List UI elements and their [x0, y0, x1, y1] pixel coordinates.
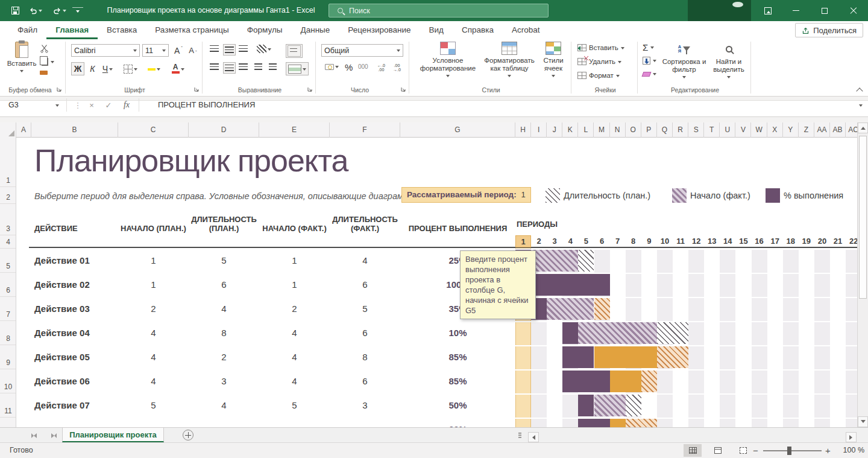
column-header-J[interactable]: J — [547, 122, 562, 138]
sheet-subtitle-cell[interactable]: Выберите период для выделения справа. Ус… — [34, 189, 418, 203]
cell-value[interactable]: 1 — [277, 273, 313, 297]
column-header-AA[interactable]: AA — [814, 122, 830, 138]
worksheet-grid[interactable]: Планировщик проекта Выберите период для … — [16, 138, 857, 427]
page-break-view-button[interactable] — [734, 444, 752, 457]
vertical-scroll-thumb[interactable] — [859, 136, 867, 299]
sort-filter-button[interactable]: А Я Сортировка и фильтр — [661, 42, 708, 80]
column-header-C[interactable]: C — [118, 122, 189, 138]
formula-input[interactable]: ПРОЦЕНТ ВЫПОЛНЕНИЯ — [158, 98, 255, 112]
cut-button[interactable] — [40, 44, 49, 53]
scroll-right-button[interactable] — [846, 432, 857, 442]
minimize-button[interactable] — [782, 0, 810, 21]
cell-percent[interactable]: 10% — [431, 321, 485, 345]
next-sheet-button[interactable] — [47, 430, 59, 441]
cell-action-name[interactable]: Действие 03 — [34, 297, 137, 321]
copy-button[interactable] — [40, 58, 54, 66]
cell-value[interactable]: 8 — [347, 345, 383, 369]
paste-button[interactable]: Вставить — [6, 42, 37, 74]
row-header-5[interactable]: 5 — [0, 249, 16, 273]
number-format-select[interactable]: Общий — [321, 44, 403, 57]
cell-value[interactable]: 4 — [136, 345, 172, 369]
cell-value[interactable]: 5 — [136, 393, 172, 418]
italic-button[interactable]: К — [87, 62, 98, 75]
cell-action-name[interactable]: Действие 04 — [34, 321, 137, 345]
cell-value[interactable]: 4 — [206, 297, 242, 321]
cell-value[interactable]: 5 — [206, 249, 242, 273]
ribbon-tab-Разметка страницы[interactable]: Разметка страницы — [146, 21, 237, 39]
align-right-button[interactable] — [239, 63, 248, 70]
column-header-G[interactable]: G — [400, 122, 515, 138]
period-header-13[interactable]: 13 — [704, 235, 720, 247]
comma-style-button[interactable]: 000 — [358, 63, 368, 70]
sheet-title-cell[interactable]: Планировщик проекта — [34, 142, 348, 179]
column-header-W[interactable]: W — [752, 122, 767, 138]
tab-splitter-grip[interactable] — [518, 432, 521, 439]
period-header-22[interactable]: 22 — [846, 235, 857, 247]
period-header-1[interactable]: 1 — [515, 235, 531, 247]
ribbon-tab-Вид[interactable]: Вид — [420, 21, 453, 39]
font-size-select[interactable]: 11 — [142, 44, 169, 57]
scroll-left-button[interactable] — [528, 432, 539, 442]
column-header-H[interactable]: H — [515, 122, 531, 138]
column-header-V[interactable]: V — [735, 122, 751, 138]
column-header-D[interactable]: D — [189, 122, 259, 138]
autosum-button[interactable]: Σ — [643, 43, 654, 52]
alignment-dialog-launcher[interactable] — [307, 87, 313, 93]
ribbon-tab-Главная[interactable]: Главная — [46, 21, 98, 39]
previous-sheet-button[interactable] — [29, 430, 41, 441]
page-layout-view-button[interactable] — [709, 444, 727, 457]
column-header-F[interactable]: F — [330, 122, 400, 138]
cell-value[interactable]: 6 — [347, 273, 383, 297]
search-input[interactable]: Поиск — [329, 4, 549, 17]
name-box[interactable]: G3 — [5, 98, 63, 112]
row-header-11[interactable]: 11 — [0, 393, 16, 418]
period-header-3[interactable]: 3 — [547, 235, 562, 247]
number-dialog-launcher[interactable] — [401, 87, 407, 93]
decrease-indent-button[interactable] — [254, 63, 262, 70]
period-header-9[interactable]: 9 — [641, 235, 657, 247]
cell-value[interactable]: 2 — [136, 297, 172, 321]
ribbon-tab-Справка[interactable]: Справка — [453, 21, 503, 39]
cell-value[interactable]: 5 — [277, 393, 313, 418]
borders-button[interactable] — [122, 62, 139, 75]
ribbon-tab-Рецензирование[interactable]: Рецензирование — [339, 21, 420, 39]
cell-percent[interactable]: 60% — [431, 418, 485, 427]
column-header-I[interactable]: I — [531, 122, 547, 138]
cell-value[interactable]: 4 — [277, 345, 313, 369]
table-header-percent-complete[interactable]: ПРОЦЕНТ ВЫПОЛНЕНИЯ — [400, 205, 515, 233]
normal-view-button[interactable] — [684, 444, 702, 457]
horizontal-scrollbar[interactable] — [528, 430, 857, 441]
period-header-17[interactable]: 17 — [767, 235, 783, 247]
column-header-Z[interactable]: Z — [799, 122, 814, 138]
save-button[interactable] — [6, 4, 24, 17]
sheet-tab-active[interactable]: Планировщик проекта — [62, 428, 164, 442]
column-header-AC[interactable]: AC — [846, 122, 857, 138]
font-dialog-launcher[interactable] — [194, 87, 200, 93]
cell-value[interactable]: 2 — [277, 297, 313, 321]
conditional-formatting-button[interactable]: Условное форматирование — [415, 42, 481, 79]
percent-style-button[interactable]: % — [345, 62, 353, 72]
zoom-in-button[interactable]: + — [825, 443, 831, 458]
period-header-6[interactable]: 6 — [594, 235, 610, 247]
redo-button[interactable] — [51, 4, 69, 17]
cell-action-name[interactable]: Действие 07 — [34, 393, 137, 418]
clear-button[interactable] — [643, 71, 656, 77]
table-header-plan-start[interactable]: НАЧАЛО (ПЛАН.) — [121, 205, 187, 233]
period-header-8[interactable]: 8 — [626, 235, 641, 247]
format-as-table-button[interactable]: Форматировать как таблицу — [482, 42, 536, 79]
accounting-format-button[interactable] — [323, 63, 340, 70]
column-header-K[interactable]: K — [562, 122, 578, 138]
increase-decimal-button[interactable]: ←.0 .00 — [377, 63, 385, 72]
scroll-up-button[interactable] — [858, 122, 868, 133]
ribbon-tab-Acrobat[interactable]: Acrobat — [503, 21, 549, 39]
column-header-O[interactable]: O — [626, 122, 641, 138]
row-header-4[interactable]: 4 — [0, 235, 16, 249]
merge-center-button[interactable] — [286, 62, 309, 75]
period-header-5[interactable]: 5 — [578, 235, 594, 247]
zoom-slider-track[interactable] — [763, 450, 822, 451]
row-header-1[interactable]: 1 — [0, 138, 16, 187]
cell-value[interactable]: 4 — [136, 369, 172, 393]
cell-percent[interactable]: 85% — [431, 345, 485, 369]
cell-value[interactable]: 8 — [206, 321, 242, 345]
period-header-18[interactable]: 18 — [783, 235, 799, 247]
